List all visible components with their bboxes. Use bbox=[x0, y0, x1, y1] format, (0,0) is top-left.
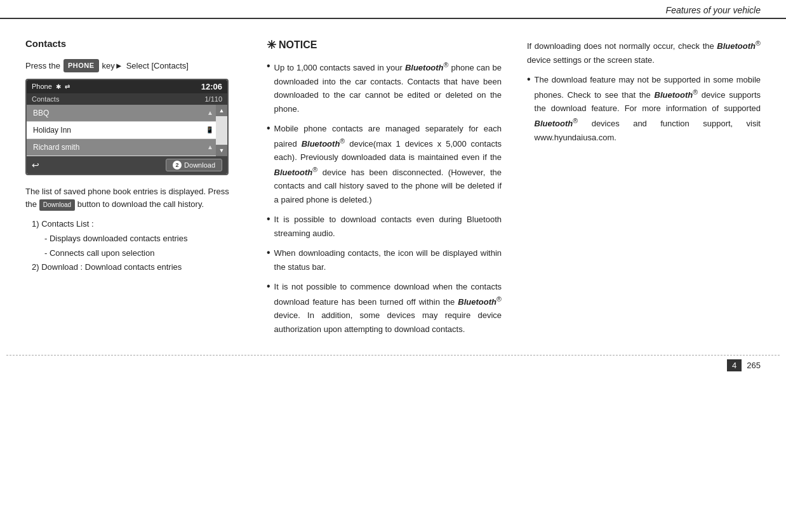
bullet-icon: • bbox=[267, 280, 270, 336]
description-text: The list of saved phone book entries is … bbox=[25, 185, 241, 212]
list-header-2: 2) Download : Download contacts entries bbox=[32, 261, 241, 274]
right-column: If downloading does not normally occur, … bbox=[514, 38, 761, 342]
scroll-down-button[interactable]: ▼ bbox=[216, 145, 227, 156]
contacts-label: Contacts bbox=[32, 95, 59, 103]
phone-label: Phone bbox=[32, 83, 52, 90]
contact-name: BBQ bbox=[33, 109, 49, 117]
transfer-icon: ⇄ bbox=[65, 83, 70, 90]
page-header: Features of your vehicle bbox=[0, 0, 786, 19]
list-sub-1: - Displays downloaded contacts entries bbox=[32, 232, 241, 246]
section-title: Contacts bbox=[25, 38, 241, 49]
notice-text-2: Mobile phone contacts are managed separa… bbox=[274, 122, 502, 206]
bluetooth-text: Bluetooth bbox=[458, 297, 496, 307]
item-arrow-icon: ▲ bbox=[207, 143, 213, 150]
notice-header: ✳ NOTICE bbox=[267, 38, 502, 52]
notice-text-1: Up to 1,000 contacts saved in your Bluet… bbox=[274, 60, 502, 116]
left-column: Contacts Press the PHONE key► Select [Co… bbox=[25, 38, 254, 342]
download-label: Download bbox=[184, 161, 215, 169]
header-title: Features of your vehicle bbox=[666, 5, 761, 15]
page-num-box: 4 bbox=[727, 359, 742, 371]
press-text-3: Select [Contacts] bbox=[126, 60, 189, 72]
notice-star-icon: ✳ bbox=[267, 38, 276, 52]
contact-name: Holiday Inn bbox=[33, 126, 71, 135]
press-instruction: Press the PHONE key► Select [Contacts] bbox=[25, 59, 241, 72]
phone-item-icon: 📱 bbox=[206, 126, 213, 133]
notice-text-4: When downloading contacts, the icon will… bbox=[274, 246, 502, 274]
phone-statusbar: Phone ✱ ⇄ 12:06 bbox=[27, 80, 227, 93]
list-item[interactable]: BBQ ▲ bbox=[27, 105, 216, 122]
notice-text-3: It is possible to download contacts even… bbox=[274, 213, 502, 240]
middle-column: ✳ NOTICE • Up to 1,000 contacts saved in… bbox=[254, 38, 514, 342]
phone-contacts-list: BBQ ▲ Holiday Inn 📱 Richard smith ▲ ▲ ▼ bbox=[27, 105, 227, 156]
bluetooth-icon: ✱ bbox=[56, 83, 61, 90]
bullet-icon: • bbox=[527, 73, 531, 144]
download-inline-button[interactable]: Download bbox=[39, 199, 75, 211]
notice-item-2: • Mobile phone contacts are managed sepa… bbox=[267, 122, 502, 206]
bluetooth-text: Bluetooth bbox=[302, 139, 340, 149]
list-item[interactable]: Richard smith ▲ bbox=[27, 139, 216, 156]
notice-item-1: • Up to 1,000 contacts saved in your Blu… bbox=[267, 60, 502, 116]
bluetooth-text: Bluetooth bbox=[535, 119, 573, 128]
back-button[interactable]: ↩ bbox=[32, 160, 39, 170]
list-header-1: 1) Contacts List : bbox=[32, 218, 241, 231]
main-content: Contacts Press the PHONE key► Select [Co… bbox=[0, 19, 786, 355]
notice-list: • Up to 1,000 contacts saved in your Blu… bbox=[267, 60, 502, 336]
bluetooth-text: Bluetooth bbox=[274, 168, 313, 177]
bullet-icon: • bbox=[267, 246, 270, 274]
right-para-1: If downloading does not normally occur, … bbox=[527, 38, 761, 67]
circle-number: 2 bbox=[173, 161, 182, 170]
contacts-count: 1/110 bbox=[204, 95, 222, 103]
phone-bottom-bar: ↩ 2 Download bbox=[27, 156, 227, 174]
notice-text-5: It is not possible to commence download … bbox=[274, 280, 502, 336]
page-text: 265 bbox=[747, 361, 761, 370]
list-sub-2: - Connects call upon selection bbox=[32, 247, 241, 260]
item-arrow-icon: ▲ bbox=[207, 109, 213, 116]
desc-part2: button to download the call history. bbox=[77, 199, 204, 209]
bluetooth-text: Bluetooth bbox=[717, 41, 756, 51]
notice-item-4: • When downloading contacts, the icon wi… bbox=[267, 246, 502, 274]
phone-ui-mockup: Phone ✱ ⇄ 12:06 Contacts 1/110 BBQ ▲ Hol… bbox=[25, 79, 229, 175]
right-bullet-item: • The download feature may not be suppor… bbox=[527, 73, 761, 144]
bullet-icon: • bbox=[267, 60, 270, 116]
contacts-list-info: 1) Contacts List : - Displays downloaded… bbox=[25, 218, 241, 274]
notice-item-3: • It is possible to download contacts ev… bbox=[267, 213, 502, 240]
phone-badge: PHONE bbox=[63, 59, 99, 72]
page-number: 4 265 bbox=[727, 359, 761, 371]
bullet-icon: • bbox=[267, 122, 270, 206]
right-para-2: The download feature may not be supporte… bbox=[535, 73, 761, 144]
press-text-1: Press the bbox=[25, 60, 60, 72]
bluetooth-text: Bluetooth bbox=[655, 90, 693, 100]
phone-subbar: Contacts 1/110 bbox=[27, 93, 227, 105]
page-footer: 4 265 bbox=[6, 355, 780, 375]
scroll-up-button[interactable]: ▲ bbox=[216, 105, 227, 116]
list-item[interactable]: Holiday Inn 📱 bbox=[27, 122, 216, 139]
notice-label: NOTICE bbox=[279, 39, 317, 51]
statusbar-time: 12:06 bbox=[201, 82, 222, 91]
download-button[interactable]: 2 Download bbox=[166, 159, 222, 171]
bluetooth-text: Bluetooth bbox=[405, 63, 444, 72]
notice-item-5: • It is not possible to commence downloa… bbox=[267, 280, 502, 336]
contact-name: Richard smith bbox=[33, 143, 79, 152]
statusbar-left: Phone ✱ ⇄ bbox=[32, 83, 70, 90]
scrollbar[interactable]: ▲ ▼ bbox=[216, 105, 227, 156]
bullet-icon: • bbox=[267, 213, 270, 240]
press-text-2: key► bbox=[102, 60, 123, 72]
